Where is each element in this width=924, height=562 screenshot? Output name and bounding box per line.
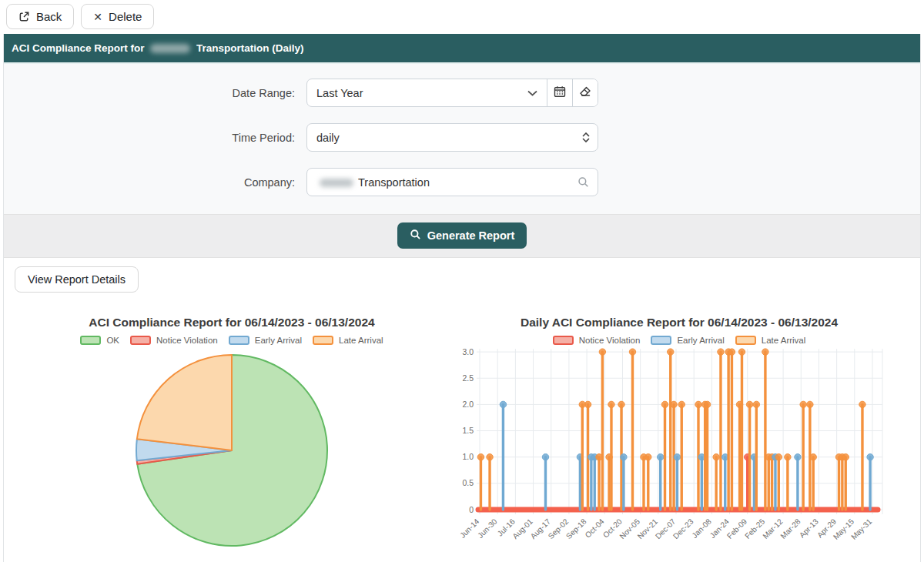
card-title-suffix: Transportation (Daily) [196,42,304,54]
delete-button[interactable]: ✕ Delete [81,4,154,29]
legend-item: Notice Violation [130,336,218,345]
marker-late [661,401,668,407]
legend-swatch-icon [130,336,151,345]
close-icon: ✕ [93,12,102,22]
svg-text:1.0: 1.0 [462,452,474,461]
marker-late [599,349,605,355]
marker-late [762,349,768,355]
legend-swatch-icon [735,336,756,345]
spinner-updown-icon[interactable] [574,132,598,142]
legend-item: Early Arrival [651,336,724,345]
svg-text:1.5: 1.5 [462,426,474,435]
legend-label: Late Arrival [339,336,383,345]
company-input[interactable]: Transportation [307,176,569,189]
pie-chart [132,351,331,553]
svg-text:0: 0 [469,505,474,514]
daily-chart-block: Daily ACI Compliance Report for 06/14/20… [454,316,905,562]
svg-text:0.5: 0.5 [462,478,474,487]
legend-item: Late Arrival [735,336,806,345]
marker-late [810,454,816,460]
svg-text:Dec-23: Dec-23 [671,517,695,540]
marker-late [738,349,745,355]
marker-late [753,401,759,407]
daily-chart: 3.02.52.01.51.00.50Jun-14Jun-30Jul-16Aug… [454,346,905,562]
company-search-icon[interactable] [569,176,598,188]
calendar-button[interactable] [547,79,572,106]
pie-chart-title: ACI Compliance Report for 06/14/2023 - 0… [47,316,417,330]
legend-swatch-icon [553,336,574,345]
marker-early [674,454,680,460]
redacted-company-value [320,179,353,187]
legend-label: Early Arrival [677,336,724,345]
marker-late [704,401,710,407]
eraser-icon [579,85,591,101]
delete-button-label: Delete [109,10,142,23]
legend-item: Early Arrival [229,336,302,345]
time-period-select[interactable]: daily [307,132,574,144]
date-range-label: Date Range: [4,87,306,99]
legend-item: Late Arrival [313,336,383,345]
marker-late [728,349,735,355]
company-label: Company: [4,176,306,189]
redacted-company-name [150,44,190,53]
open-external-icon [18,11,30,22]
view-report-details-button[interactable]: View Report Details [15,266,139,293]
legend-swatch-icon [313,336,333,345]
chevron-down-icon[interactable] [524,90,547,96]
marker-late [718,349,724,355]
marker-late [678,401,685,407]
marker-late [584,401,591,407]
marker-late [713,454,719,460]
marker-late [629,349,635,355]
marker-late [746,401,752,407]
report-form: Date Range: Last Year [4,64,920,214]
legend-label: Early Arrival [255,336,302,345]
legend-swatch-icon [229,336,249,345]
pie-chart-legend: OKNotice ViolationEarly ArrivalLate Arri… [47,336,417,345]
generate-report-button[interactable]: Generate Report [397,222,527,249]
marker-early [658,454,664,460]
daily-chart-title: Daily ACI Compliance Report for 06/14/20… [454,316,905,330]
marker-early [795,454,801,460]
svg-text:Sep-18: Sep-18 [564,517,588,540]
marker-early [621,454,627,460]
marker-late [487,454,493,460]
marker-late [645,454,651,460]
legend-label: OK [106,336,119,345]
legend-label: Late Arrival [762,336,806,345]
marker-late [668,349,674,355]
svg-text:Oct-04: Oct-04 [584,517,606,539]
legend-item: Notice Violation [553,336,641,345]
svg-text:3.0: 3.0 [462,347,474,356]
pie-chart-block: ACI Compliance Report for 06/14/2023 - 0… [47,316,417,562]
legend-swatch-icon [80,336,101,345]
report-card: ACI Compliance Report for Transportation… [3,34,921,562]
calendar-icon [554,85,566,101]
company-value-suffix: Transportation [358,176,430,189]
form-footer: Generate Report [4,214,920,258]
marker-late [618,401,624,407]
svg-text:2.5: 2.5 [462,373,474,383]
marker-late [775,454,782,460]
marker-early [867,454,873,460]
clear-date-button[interactable] [572,79,598,106]
marker-late [695,401,701,407]
pie-slice-late [137,355,232,450]
marker-late [859,401,865,407]
marker-late [800,401,806,407]
back-button-label: Back [36,10,62,23]
marker-late [807,401,813,407]
generate-report-label: Generate Report [427,229,515,242]
charts-section: View Report Details ACI Compliance Repor… [4,258,920,562]
card-title-prefix: ACI Compliance Report for [12,42,145,54]
svg-text:Apr-13: Apr-13 [798,517,820,539]
marker-early [542,454,548,460]
marker-late [842,454,849,460]
search-icon [410,229,421,243]
date-range-select[interactable]: Last Year [307,87,524,99]
marker-late [477,454,484,460]
marker-early [500,401,506,407]
time-period-label: Time Period: [4,132,306,144]
svg-text:Jun-30: Jun-30 [476,517,499,540]
back-button[interactable]: Back [6,4,74,29]
